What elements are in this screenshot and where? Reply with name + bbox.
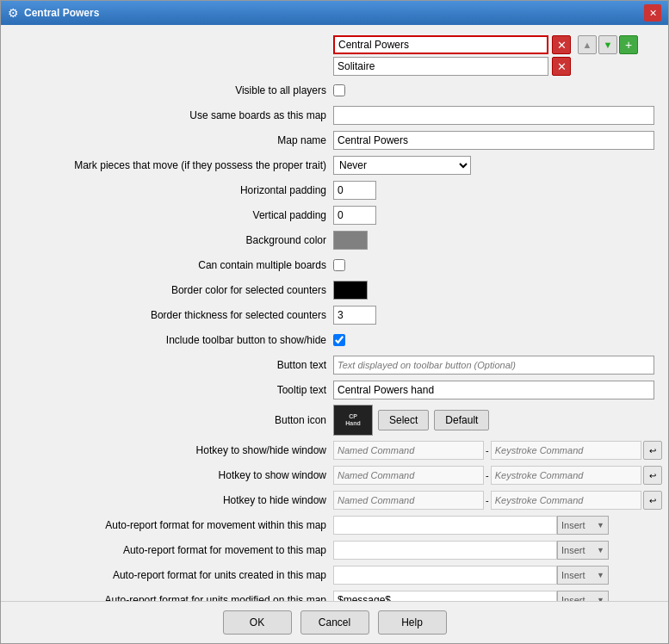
horizontal-padding-row: Horizontal padding	[15, 180, 654, 201]
auto-report-to-label: Auto-report format for movement to this …	[15, 544, 333, 556]
hotkey-show-hide-arrow[interactable]: ↩	[643, 441, 662, 460]
auto-report-within-row: Auto-report format for movement within t…	[15, 515, 654, 536]
ok-button[interactable]: OK	[223, 610, 292, 635]
add-side-button[interactable]: +	[619, 35, 638, 54]
insert-to-label: Insert	[561, 545, 585, 555]
map-name-row: Map name	[15, 130, 654, 151]
horizontal-padding-label: Horizontal padding	[15, 184, 333, 196]
visible-to-all-label: Visible to all players	[15, 84, 333, 96]
mark-pieces-label: Mark pieces that move (if they possess t…	[15, 159, 333, 171]
footer: OK Cancel Help	[1, 601, 668, 643]
tooltip-text-input[interactable]	[333, 381, 654, 399]
can-contain-multiple-checkbox[interactable]	[333, 259, 345, 271]
insert-within-button[interactable]: Insert ▼	[557, 516, 609, 535]
include-toolbar-checkbox[interactable]	[333, 334, 345, 346]
window-title: Central Powers	[24, 7, 99, 19]
content-area: ✕ ▲ ▼ + ✕ Visible to all players	[1, 25, 668, 601]
auto-report-modified-label: Auto-report format for units modified on…	[15, 594, 333, 601]
hotkey-hide-row: Hotkey to hide window - ↩	[15, 490, 654, 511]
belongs-to-side-label	[15, 35, 333, 38]
insert-created-arrow: ▼	[597, 571, 604, 579]
insert-to-button[interactable]: Insert ▼	[557, 541, 609, 560]
tooltip-text-row: Tooltip text	[15, 380, 654, 400]
tooltip-text-label: Tooltip text	[15, 384, 333, 396]
app-icon: ⚙	[8, 6, 19, 20]
hotkey-show-hide-keystroke[interactable]	[491, 441, 641, 460]
nav-row: ▲ ▼ +	[578, 35, 638, 54]
hotkey-separator-2: -	[484, 470, 491, 480]
hotkey-separator-1: -	[484, 445, 491, 455]
include-toolbar-label: Include toolbar button to show/hide	[15, 334, 333, 346]
cancel-button[interactable]: Cancel	[300, 610, 369, 635]
horizontal-padding-input[interactable]	[333, 181, 376, 200]
background-color-swatch[interactable]	[333, 231, 368, 250]
hotkey-show-keystroke[interactable]	[491, 466, 641, 485]
button-text-label: Button text	[15, 359, 333, 371]
hotkey-show-label: Hotkey to show window	[15, 469, 333, 481]
can-contain-multiple-row: Can contain multiple boards	[15, 255, 654, 276]
hotkey-show-arrow[interactable]: ↩	[643, 466, 662, 485]
border-thickness-input[interactable]	[333, 306, 376, 325]
border-color-swatch[interactable]	[333, 281, 368, 300]
button-icon-label: Button icon	[15, 414, 333, 426]
default-icon-button[interactable]: Default	[434, 410, 489, 430]
border-color-label: Border color for selected counters	[15, 284, 333, 296]
button-icon-row: Button icon CPHand Select Default	[15, 405, 654, 436]
background-color-label: Background color	[15, 234, 333, 246]
button-icon-area: CPHand Select Default	[333, 405, 489, 436]
visible-to-all-row: Visible to all players	[15, 80, 654, 101]
delete-side-1-button[interactable]: ✕	[552, 35, 571, 54]
hotkey-hide-arrow[interactable]: ↩	[643, 491, 662, 510]
nav-buttons: ▲ ▼ +	[578, 35, 638, 54]
auto-report-created-input[interactable]	[333, 566, 557, 585]
border-thickness-row: Border thickness for selected counters	[15, 305, 654, 325]
belongs-controls: ✕ ▲ ▼ + ✕	[333, 35, 638, 76]
help-button[interactable]: Help	[378, 610, 447, 635]
belongs-row-2: ✕	[333, 57, 638, 76]
move-down-button[interactable]: ▼	[598, 35, 617, 54]
auto-report-modified-controls: Insert ▼	[333, 591, 609, 601]
hotkey-show-hide-named[interactable]	[333, 441, 484, 460]
move-up-button[interactable]: ▲	[578, 35, 597, 54]
hotkey-hide-keystroke[interactable]	[491, 491, 641, 510]
icon-preview-inner: CPHand	[334, 406, 372, 435]
belongs-row-1: ✕ ▲ ▼ +	[333, 35, 638, 54]
hotkey-show-controls: - ↩	[333, 466, 662, 485]
auto-report-to-input[interactable]	[333, 541, 557, 560]
insert-modified-button[interactable]: Insert ▼	[557, 591, 609, 601]
insert-created-label: Insert	[561, 570, 585, 580]
auto-report-modified-row: Auto-report format for units modified on…	[15, 590, 654, 601]
mark-pieces-row: Mark pieces that move (if they possess t…	[15, 155, 654, 176]
hotkey-show-hide-label: Hotkey to show/hide window	[15, 444, 333, 456]
hotkey-separator-3: -	[484, 495, 491, 505]
can-contain-multiple-label: Can contain multiple boards	[15, 259, 333, 271]
side-input-1[interactable]	[333, 35, 548, 54]
auto-report-to-controls: Insert ▼	[333, 541, 609, 560]
mark-pieces-select[interactable]: Never Always On Move	[333, 156, 471, 175]
delete-side-2-button[interactable]: ✕	[552, 57, 571, 76]
visible-to-all-checkbox[interactable]	[333, 84, 345, 96]
hotkey-show-named[interactable]	[333, 466, 484, 485]
auto-report-modified-input[interactable]	[333, 591, 557, 601]
insert-within-arrow: ▼	[597, 521, 604, 529]
main-window: ⚙ Central Powers ✕ ✕ ▲ ▼ +	[0, 0, 669, 644]
vertical-padding-row: Vertical padding	[15, 205, 654, 226]
border-color-row: Border color for selected counters	[15, 280, 654, 300]
hotkey-show-hide-controls: - ↩	[333, 441, 662, 460]
hotkey-hide-label: Hotkey to hide window	[15, 494, 333, 506]
auto-report-within-input[interactable]	[333, 516, 557, 535]
use-same-boards-input[interactable]	[333, 106, 654, 125]
auto-report-created-label: Auto-report format for units created in …	[15, 569, 333, 581]
map-name-input[interactable]	[333, 131, 654, 150]
close-button[interactable]: ✕	[644, 4, 661, 22]
vertical-padding-input[interactable]	[333, 206, 376, 225]
hotkey-hide-named[interactable]	[333, 491, 484, 510]
auto-report-to-row: Auto-report format for movement to this …	[15, 540, 654, 560]
title-bar-left: ⚙ Central Powers	[8, 6, 99, 20]
select-icon-button[interactable]: Select	[378, 410, 429, 430]
button-text-input[interactable]	[333, 356, 654, 375]
belongs-to-side-section: ✕ ▲ ▼ + ✕	[15, 35, 654, 76]
side-input-2[interactable]	[333, 57, 548, 76]
insert-created-button[interactable]: Insert ▼	[557, 566, 609, 585]
include-toolbar-row: Include toolbar button to show/hide	[15, 330, 654, 350]
